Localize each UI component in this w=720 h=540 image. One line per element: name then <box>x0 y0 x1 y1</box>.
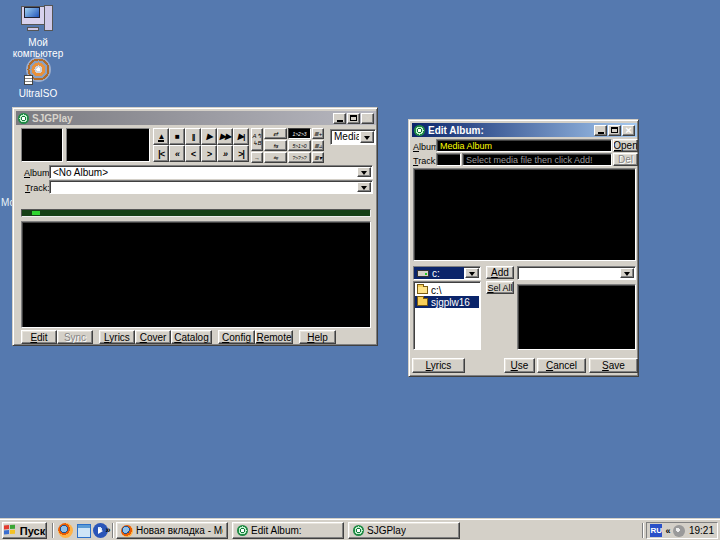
track-list-display[interactable] <box>413 168 636 261</box>
drive-combo[interactable]: c: <box>413 266 481 280</box>
track-value <box>50 181 356 193</box>
taskbar: Пуск » Новая вкладка - Mozilla... Edit A… <box>0 519 720 540</box>
loop-mode-3-button[interactable]: ⇋ <box>264 152 287 163</box>
tray-app-icon[interactable] <box>673 525 685 537</box>
chevron-down-icon[interactable] <box>620 268 634 278</box>
desktop-icon-ultraiso[interactable]: UltraISO <box>2 57 74 99</box>
eject-button[interactable]: ▲ <box>153 128 169 145</box>
close-button[interactable] <box>622 125 635 136</box>
time-display <box>66 128 150 162</box>
minimize-button[interactable] <box>333 113 346 124</box>
playlist-combo[interactable] <box>517 266 636 280</box>
track-label: Track: <box>25 183 50 193</box>
save-button[interactable]: Save <box>589 358 638 373</box>
arrow-mode-button[interactable]: → <box>251 152 263 163</box>
config-button[interactable]: Config <box>218 330 255 344</box>
drive-value: c: <box>414 267 464 279</box>
play-order-sequential-button[interactable]: 1>2>3 <box>288 128 311 139</box>
lyrics-button[interactable]: Lyrics <box>412 358 465 373</box>
play-order-alt-button[interactable]: 5>1>0 <box>288 140 311 151</box>
cd-disc-icon <box>24 57 52 85</box>
cover-button[interactable]: Cover <box>135 330 171 344</box>
chevron-down-icon[interactable] <box>357 167 371 177</box>
sjgplay-button-row: Edit Sync Lyrics Cover Catalog Config Re… <box>21 330 371 345</box>
progress-thumb[interactable] <box>32 211 40 215</box>
loop-mode-2-button[interactable]: ⇆ <box>264 140 287 151</box>
sjgplay-window: SJGPlay ▲ ■ || ▶ ▶▶ ▶| |< « < > » >| A↰↳… <box>12 107 378 346</box>
desktop-icon-my-computer[interactable]: Мой компьютер <box>2 4 74 59</box>
remote-button[interactable]: Remote <box>255 330 293 344</box>
task-button-firefox[interactable]: Новая вкладка - Mozilla... <box>116 522 228 539</box>
folder-icon <box>417 298 428 306</box>
taskbar-separator <box>642 523 644 538</box>
sjgplay-titlebar[interactable]: SJGPlay <box>16 111 376 125</box>
track-name-field[interactable]: Select media file then click Add! <box>462 153 612 166</box>
folder-list[interactable]: c:\ sjgplw16 <box>413 281 481 350</box>
language-indicator[interactable]: RU <box>650 524 662 537</box>
add-button[interactable]: Add <box>486 266 514 279</box>
minimize-button[interactable] <box>594 125 607 136</box>
cancel-button[interactable]: Cancel <box>537 358 586 373</box>
play-pause-button[interactable]: ▶| <box>233 128 249 145</box>
taskbar-separator <box>112 523 114 538</box>
playlist-display[interactable] <box>21 221 371 328</box>
edit-button[interactable]: Edit <box>21 330 57 344</box>
maximize-button[interactable] <box>347 113 360 124</box>
ab-repeat-button[interactable]: A↰↳B <box>251 128 263 151</box>
chevron-down-icon[interactable] <box>465 268 479 278</box>
chevron-down-icon[interactable] <box>357 182 371 192</box>
fast-forward-button[interactable]: ▶▶ <box>217 128 233 145</box>
loop-mode-1-button[interactable]: ⇄ <box>264 128 287 139</box>
edit-album-titlebar[interactable]: Edit Album: <box>412 123 637 137</box>
close-button[interactable] <box>361 113 374 124</box>
lyrics-button[interactable]: Lyrics <box>99 330 135 344</box>
forward-button[interactable]: » <box>217 145 233 162</box>
open-folder-icon <box>417 286 428 294</box>
use-button[interactable]: Use <box>504 358 535 373</box>
task-button-sjgplay[interactable]: SJGPlay <box>348 522 460 539</box>
tray-collapse-chevron[interactable]: « <box>665 526 670 536</box>
edit-album-window: Edit Album: Album: Media Album Open Trac… <box>408 119 639 377</box>
folder-item-selected[interactable]: sjgplw16 <box>415 296 479 308</box>
drive-icon <box>417 270 429 277</box>
chevron-down-icon[interactable] <box>360 131 374 143</box>
taskbar-separator <box>52 523 54 538</box>
catalog-button[interactable]: Catalog <box>171 330 212 344</box>
playlist-down-button[interactable]: ≣▾ <box>312 152 324 163</box>
album-value: <No Album> <box>50 166 356 178</box>
rewind-button[interactable]: « <box>169 145 185 162</box>
seek-progress-bar[interactable] <box>21 209 371 217</box>
desktop-icon-label: Мой компьютер <box>2 37 74 59</box>
play-button[interactable]: ▶ <box>201 128 217 145</box>
step-back-button[interactable]: < <box>185 145 201 162</box>
step-forward-button[interactable]: > <box>201 145 217 162</box>
file-list-display[interactable] <box>517 284 636 350</box>
album-combo[interactable]: <No Album> <box>49 165 373 179</box>
start-button[interactable]: Пуск <box>2 522 47 539</box>
help-button[interactable]: Help <box>299 330 336 344</box>
stop-button[interactable]: ■ <box>169 128 185 145</box>
select-all-button[interactable]: Sel All <box>486 281 514 294</box>
maximize-button[interactable] <box>608 125 621 136</box>
album-label: Album: <box>24 168 52 178</box>
skip-start-button[interactable]: |< <box>153 145 169 162</box>
playlist-up-button[interactable]: ≣▵ <box>312 140 324 151</box>
clock: 19:21 <box>689 525 714 536</box>
windows-flag-icon <box>4 525 17 537</box>
media-source-combo[interactable]: Media <box>330 129 376 145</box>
task-button-edit-album[interactable]: Edit Album: <box>232 522 344 539</box>
system-tray: RU « 19:21 <box>646 522 718 539</box>
folder-item[interactable]: c:\ <box>415 284 479 296</box>
play-order-random-button[interactable]: ?>?>? <box>288 152 311 163</box>
app-window-quicklaunch-icon[interactable] <box>76 523 91 538</box>
open-button[interactable]: Open <box>613 139 638 152</box>
skip-end-button[interactable]: >| <box>233 145 249 162</box>
pause-button[interactable]: || <box>185 128 201 145</box>
desktop-icon-label: UltraISO <box>2 88 74 99</box>
track-number-field[interactable] <box>436 153 461 166</box>
track-combo[interactable] <box>49 180 373 194</box>
sync-button: Sync <box>57 330 93 344</box>
album-name-field[interactable]: Media Album <box>436 139 612 152</box>
playlist-add-button[interactable]: ≣+ <box>312 128 324 139</box>
firefox-quicklaunch-icon[interactable] <box>58 523 73 538</box>
